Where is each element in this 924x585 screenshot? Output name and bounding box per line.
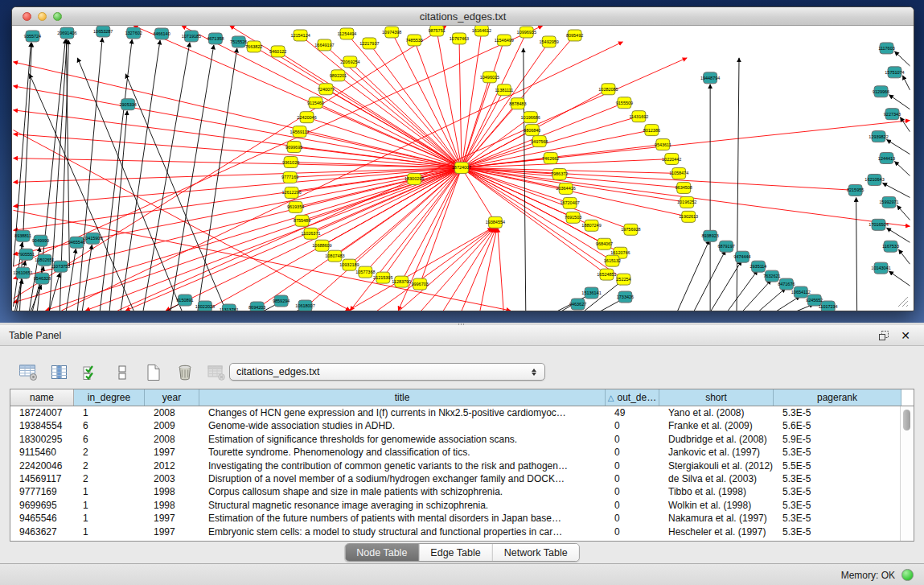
- graph-node[interactable]: 15751074: [885, 67, 904, 78]
- graph-node[interactable]: 9155509: [616, 97, 633, 109]
- table-row[interactable]: 946362711997Embryonic stem cells: a mode…: [10, 525, 914, 538]
- graph-node[interactable]: 1244413: [878, 153, 895, 164]
- graph-node[interactable]: 18724007: [452, 163, 471, 174]
- graph-node[interactable]: 7691503: [565, 212, 581, 223]
- column-header-pagerank[interactable]: pagerank: [774, 389, 901, 406]
- graph-edge[interactable]: [77, 38, 102, 311]
- graph-node[interactable]: 9115460: [307, 97, 324, 109]
- graph-node[interactable]: 9049999: [32, 235, 49, 246]
- graph-node[interactable]: 9150891: [176, 295, 193, 306]
- graph-node[interactable]: 16649197: [314, 39, 334, 51]
- graph-node[interactable]: 16720407: [560, 197, 579, 208]
- delete-table-icon[interactable]: [206, 363, 227, 382]
- graph-node[interactable]: 9684067: [596, 238, 613, 249]
- column-header-title[interactable]: title: [199, 389, 606, 406]
- graph-node[interactable]: 9129966: [873, 86, 889, 97]
- graph-node[interactable]: 7485533: [406, 35, 423, 46]
- column-header-name[interactable]: name: [10, 389, 74, 406]
- graph-node[interactable]: 9227343: [884, 109, 901, 120]
- graph-node[interactable]: 10974398: [382, 27, 401, 38]
- graph-node[interactable]: 15992971: [879, 196, 898, 208]
- graph-edge[interactable]: [61, 42, 622, 311]
- graph-node[interactable]: 10415900: [83, 233, 102, 244]
- graph-edge[interactable]: [311, 168, 462, 234]
- graph-node[interactable]: 1615132: [604, 255, 621, 266]
- graph-node[interactable]: 7905551: [18, 249, 35, 260]
- graph-node[interactable]: 11254494: [337, 28, 356, 39]
- graph-node[interactable]: 10577368: [355, 266, 375, 278]
- graph-edge[interactable]: [706, 261, 741, 311]
- column-header-in_degree[interactable]: in_degree: [74, 389, 145, 406]
- graph-edge[interactable]: [722, 270, 758, 311]
- table-options-icon[interactable]: [18, 363, 39, 382]
- graph-node[interactable]: 9543611: [655, 139, 671, 150]
- graph-node[interactable]: 8471676: [778, 278, 795, 290]
- graph-node[interactable]: 10220442: [662, 154, 681, 165]
- graph-node[interactable]: 9996703: [411, 278, 428, 290]
- scrollbar-thumb[interactable]: [903, 410, 910, 431]
- graph-node[interactable]: 10688609: [312, 240, 331, 251]
- graph-node[interactable]: 2935114: [750, 261, 767, 272]
- graph-edge[interactable]: [335, 168, 462, 257]
- graph-node[interactable]: 20364416: [556, 183, 575, 194]
- graph-node[interactable]: 8755489: [294, 215, 310, 226]
- graph-edge[interactable]: [887, 228, 910, 242]
- graph-node[interactable]: 15136141: [581, 287, 601, 299]
- graph-node[interactable]: 11546499: [495, 35, 514, 46]
- graph-node[interactable]: 18300295: [405, 173, 424, 184]
- graph-edge[interactable]: [462, 168, 495, 223]
- select-all-icon[interactable]: [80, 363, 101, 382]
- graph-node[interactable]: 20691406: [57, 27, 76, 39]
- table-row[interactable]: 969969511998Structural magnetic resonanc…: [10, 499, 914, 512]
- graph-node[interactable]: 9806840: [524, 125, 540, 136]
- graph-edge[interactable]: [307, 117, 462, 168]
- graph-edge[interactable]: [17, 279, 23, 311]
- graph-edge[interactable]: [125, 74, 226, 311]
- graph-node[interactable]: 10932189: [339, 259, 359, 270]
- graph-node[interactable]: 16164612: [472, 26, 491, 36]
- graph-node[interactable]: 10282085: [598, 84, 618, 95]
- graph-node[interactable]: 9875751: [428, 26, 445, 36]
- graph-edge[interactable]: [894, 51, 910, 66]
- graph-edge[interactable]: [459, 39, 462, 168]
- graph-node[interactable]: 10767463: [450, 33, 469, 44]
- graph-edge[interactable]: [889, 271, 910, 286]
- graph-node[interactable]: 252254: [616, 274, 630, 285]
- graph-edge[interactable]: [14, 26, 446, 299]
- table-row[interactable]: 977716911998Corpus callosum shape and si…: [10, 485, 914, 498]
- graph-node[interactable]: 9474444: [733, 251, 750, 262]
- graph-node[interactable]: 14569117: [290, 126, 310, 138]
- graph-node[interactable]: 9497568: [531, 136, 548, 147]
- network-canvas[interactable]: 9355724206914061065328713276026466140107…: [12, 26, 912, 311]
- table-row[interactable]: 2242004622012Investigating the contribut…: [10, 459, 914, 472]
- network-view-content[interactable]: 9355724206914061065328713276026466140107…: [12, 26, 912, 311]
- float-panel-icon[interactable]: [877, 329, 891, 342]
- table-row[interactable]: 1938455462009Genome-wide association stu…: [10, 419, 914, 432]
- graph-node[interactable]: 9361026: [282, 157, 299, 168]
- graph-node[interactable]: 8215955: [847, 184, 864, 196]
- graph-node[interactable]: 9463627: [569, 299, 586, 310]
- graph-node[interactable]: 10496015: [480, 72, 499, 83]
- table-row[interactable]: 911546021997Tourette syndrome. Phenomeno…: [10, 446, 914, 459]
- graph-edge[interactable]: [82, 245, 92, 311]
- graph-node[interactable]: 10719185: [182, 31, 201, 42]
- graph-edge[interactable]: [498, 228, 504, 311]
- graph-node[interactable]: 19448794: [700, 72, 720, 84]
- graph-node[interactable]: 11017234: [819, 301, 838, 311]
- graph-node[interactable]: 9634508: [676, 182, 692, 193]
- graph-node[interactable]: 7632621: [763, 270, 780, 282]
- graph-edge[interactable]: [462, 159, 671, 168]
- graph-edge[interactable]: [302, 168, 462, 311]
- deselect-all-icon[interactable]: [112, 363, 133, 382]
- graph-edge[interactable]: [31, 285, 42, 311]
- graph-node[interactable]: 18807249: [581, 220, 601, 231]
- graph-node[interactable]: 11283790: [392, 276, 411, 287]
- graph-node[interactable]: 10618007: [295, 300, 314, 311]
- graph-node[interactable]: 10196252: [677, 196, 696, 208]
- graph-node[interactable]: 19756928: [621, 224, 640, 235]
- graph-node[interactable]: 9699695: [285, 142, 302, 153]
- graph-node[interactable]: 8938923: [701, 230, 718, 241]
- graph-node[interactable]: 9355724: [24, 31, 41, 42]
- graph-node[interactable]: 7986372: [551, 168, 568, 179]
- graph-node[interactable]: 10996935: [517, 27, 536, 38]
